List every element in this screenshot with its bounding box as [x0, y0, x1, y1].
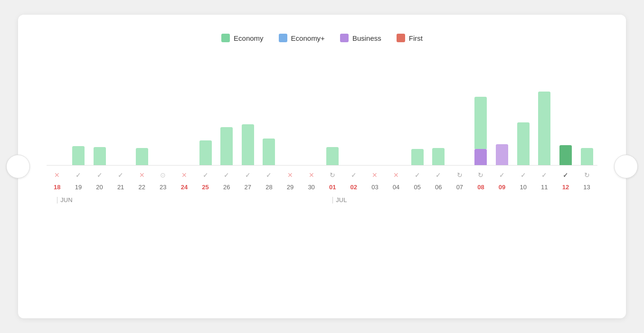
date-col: 28 [258, 184, 280, 191]
check-icon: ✓ [76, 171, 81, 179]
date-col: 26 [216, 184, 237, 191]
date-col: 30 [301, 184, 322, 191]
bar-col [195, 61, 216, 165]
bar-stack [517, 122, 530, 165]
x-icon: ✕ [54, 171, 60, 179]
icon-col: ✕ [131, 169, 152, 181]
legend-label: Business [352, 34, 381, 42]
bar-segment [538, 92, 550, 165]
check-icon: ✓ [203, 171, 208, 179]
legend-label: Economy+ [291, 34, 325, 42]
bar-stack [411, 149, 424, 165]
icon-col: ✓ [68, 169, 89, 181]
check-icon: ✓ [266, 171, 272, 179]
bar-col [322, 61, 343, 165]
chart-area: ✕✓✓✓✕⊙✕✓✓✓✓✕✕↻✓✕✕✓✓↻↻✓✓✓✓↻ 1819202122232… [47, 61, 597, 208]
bar-stack [263, 139, 275, 165]
date-col: 13 [576, 184, 597, 191]
legend: EconomyEconomy+BusinessFirst [221, 34, 423, 42]
icon-col: ✕ [364, 169, 386, 181]
icon-col: ✓ [492, 169, 513, 181]
icon-col: ✓ [237, 169, 258, 181]
bar-stack [220, 127, 233, 165]
bar-col [110, 61, 132, 165]
legend-color [340, 34, 349, 42]
x-icon: ✕ [393, 171, 399, 179]
date-col: 29 [280, 184, 301, 191]
icon-col: ✓ [407, 169, 428, 181]
bar-col [89, 61, 110, 165]
next-button[interactable] [614, 155, 638, 178]
icon-col: ✕ [174, 169, 195, 181]
legend-color [279, 34, 287, 42]
bar-stack [581, 148, 593, 165]
bar-col [428, 61, 449, 165]
bar-col [216, 61, 237, 165]
bar-col [364, 61, 386, 165]
x-icon: ✕ [287, 171, 293, 179]
bar-col [449, 61, 471, 165]
x-icon: ✕ [181, 171, 187, 179]
date-col: 23 [152, 184, 174, 191]
icon-col: ⊙ [152, 169, 174, 181]
date-col: 02 [343, 184, 365, 191]
bars-row [47, 61, 597, 166]
bar-col [68, 61, 89, 165]
date-col: 12 [555, 184, 577, 191]
bar-col [47, 61, 68, 165]
check-icon: ✓ [436, 171, 441, 179]
bar-col [555, 61, 577, 165]
refresh-icon: ↻ [584, 171, 590, 179]
date-col: 21 [110, 184, 132, 191]
icon-col: ↻ [322, 169, 343, 181]
bar-segment [559, 145, 572, 165]
bar-stack [199, 140, 212, 165]
month-label-jun: JUN [57, 196, 72, 204]
bar-col [301, 61, 322, 165]
search-icon: ⊙ [160, 171, 166, 179]
bar-col [280, 61, 301, 165]
bar-stack [136, 148, 148, 165]
bar-segment [94, 147, 106, 165]
date-col: 27 [237, 184, 258, 191]
date-col: 01 [322, 184, 343, 191]
icon-col: ✓ [258, 169, 280, 181]
bar-col [152, 61, 174, 165]
icon-col: ✓ [512, 169, 534, 181]
x-icon: ✕ [139, 171, 145, 179]
refresh-icon: ↻ [330, 171, 335, 179]
icon-col: ✕ [301, 169, 322, 181]
date-col: 10 [512, 184, 534, 191]
check-icon: ✓ [118, 171, 123, 179]
x-icon: ✕ [372, 171, 378, 179]
date-col: 25 [195, 184, 216, 191]
check-icon: ✓ [499, 171, 505, 179]
icon-col: ✓ [89, 169, 110, 181]
date-col: 04 [386, 184, 407, 191]
legend-label: Economy [234, 34, 264, 42]
bar-stack [538, 92, 550, 165]
prev-button[interactable] [6, 155, 30, 178]
icon-col: ✕ [386, 169, 407, 181]
bar-segment [581, 148, 593, 165]
bar-segment [496, 144, 508, 165]
bar-col [131, 61, 152, 165]
check-icon: ✓ [541, 171, 547, 179]
bar-segment [72, 146, 85, 165]
bar-col [512, 61, 534, 165]
check-icon: ✓ [351, 171, 357, 179]
bar-col [174, 61, 195, 165]
icon-col: ✕ [280, 169, 301, 181]
bar-stack [432, 148, 445, 165]
bar-col [386, 61, 407, 165]
bar-stack [474, 97, 487, 165]
icon-col: ✓ [534, 169, 555, 181]
bar-col [258, 61, 280, 165]
dates-row: 1819202122232425262728293001020304050607… [47, 184, 597, 191]
check-icon: ✓ [521, 171, 526, 179]
bar-segment [199, 140, 212, 165]
legend-item: First [397, 34, 423, 42]
bar-segment [474, 149, 487, 165]
bar-segment [411, 149, 424, 165]
date-col: 22 [131, 184, 152, 191]
